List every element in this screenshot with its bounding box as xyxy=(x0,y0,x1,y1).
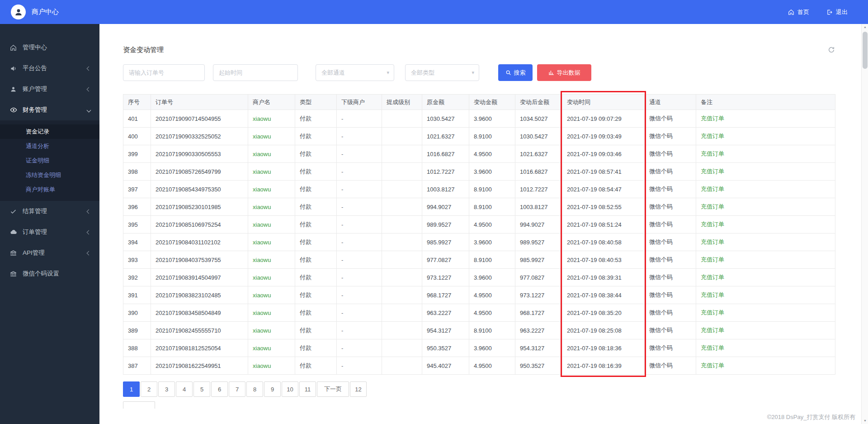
table-cell: 2021-07-19 08:25:08 xyxy=(562,322,645,339)
table-cell: 微信个码 xyxy=(645,128,696,145)
pagination-page-10[interactable]: 10 xyxy=(282,381,298,397)
sidebar-item-account-management[interactable]: 账户管理 xyxy=(0,79,99,100)
pagination-page-8[interactable]: 8 xyxy=(246,381,263,397)
type-select[interactable]: 全部类型 ▾ xyxy=(405,64,479,81)
table-cell: 微信个码 xyxy=(645,145,696,163)
scroll-down-icon[interactable]: ▼ xyxy=(862,418,868,424)
vertical-scrollbar[interactable]: ▲ ▼ xyxy=(861,24,868,424)
table-cell: 1016.6827 xyxy=(515,163,562,181)
table-cell: 390 xyxy=(123,304,151,322)
start-time-input[interactable] xyxy=(213,64,298,81)
sidebar-item-order-management[interactable]: 订单管理 xyxy=(0,222,99,243)
table-row: 38820210719081812525054xiaowu付款-950.3527… xyxy=(123,339,835,357)
table-cell: 397 xyxy=(123,181,151,198)
table-cell: 微信个码 xyxy=(645,198,696,216)
table-cell: 3.9600 xyxy=(469,233,515,251)
sidebar-item-finance-management[interactable]: 财务管理 xyxy=(0,100,99,120)
pagination-page-4[interactable]: 4 xyxy=(176,381,193,397)
table-cell: 391 xyxy=(123,286,151,304)
cloud-icon xyxy=(10,229,18,236)
sidebar-item-label: 账户管理 xyxy=(23,85,47,93)
pagination-page-6[interactable]: 6 xyxy=(211,381,228,397)
table-cell: 1003.8127 xyxy=(515,198,562,216)
pagination-page-7[interactable]: 7 xyxy=(229,381,245,397)
submenu-item-frozen-funds-detail[interactable]: 冻结资金明细 xyxy=(0,168,99,182)
table-cell: 2021-07-19 08:57:41 xyxy=(562,163,645,181)
user-icon xyxy=(10,86,18,93)
export-button-label: 导出数据 xyxy=(557,69,580,77)
table-cell: - xyxy=(337,304,382,322)
table-cell: 2021-07-19 08:38:44 xyxy=(562,286,645,304)
sidebar-item-api-management[interactable]: API管理 xyxy=(0,243,99,263)
channel-select[interactable]: 全部通道 ▾ xyxy=(316,64,394,81)
table-cell: 微信个码 xyxy=(645,251,696,269)
table-cell: 20210719084037539755 xyxy=(151,251,248,269)
table-cell: 付款 xyxy=(295,339,337,357)
column-header: 提成级别 xyxy=(382,95,422,110)
pagination-next-button[interactable]: 下一页 xyxy=(317,381,349,397)
order-number-input[interactable] xyxy=(123,64,205,81)
table-cell: 985.9927 xyxy=(515,251,562,269)
merchant-logo-icon xyxy=(11,5,26,19)
table-row: 38920210719082455555710xiaowu付款-954.3127… xyxy=(123,322,835,339)
pagination-page-9[interactable]: 9 xyxy=(264,381,281,397)
table-cell: 2021-07-19 08:18:36 xyxy=(562,339,645,357)
table-cell: 4.9500 xyxy=(469,286,515,304)
sidebar-item-settlement-management[interactable]: 结算管理 xyxy=(0,201,99,222)
page-jump-box-partial[interactable] xyxy=(123,401,155,409)
submenu-item-funds-record[interactable]: 资金记录 xyxy=(0,124,99,139)
pagination-page-5[interactable]: 5 xyxy=(193,381,210,397)
table-cell: 1030.5427 xyxy=(515,128,562,145)
sidebar-item-label: API管理 xyxy=(23,249,45,257)
sidebar-item-label: 平台公告 xyxy=(23,64,47,72)
channel-select-value: 全部通道 xyxy=(321,69,345,77)
table-cell xyxy=(382,145,422,163)
table-cell xyxy=(382,216,422,233)
table-cell: 微信个码 xyxy=(645,110,696,128)
table-cell: 20210719083458504849 xyxy=(151,304,248,322)
table-cell: 2021-07-19 08:54:47 xyxy=(562,181,645,198)
refresh-icon[interactable] xyxy=(828,46,835,53)
table-cell: 付款 xyxy=(295,163,337,181)
submenu-item-channel-analysis[interactable]: 通道分析 xyxy=(0,139,99,153)
home-link[interactable]: 首页 xyxy=(788,8,809,16)
submenu-item-merchant-statement[interactable]: 商户对账单 xyxy=(0,182,99,197)
table-cell: 付款 xyxy=(295,233,337,251)
table-cell: 20210719082455555710 xyxy=(151,322,248,339)
table-cell: 20210719085106975254 xyxy=(151,216,248,233)
table-cell: 2021-07-19 09:07:29 xyxy=(562,110,645,128)
table-cell: 微信个码 xyxy=(645,216,696,233)
column-header: 变动金额 xyxy=(469,95,515,110)
pagination-page-3[interactable]: 3 xyxy=(158,381,175,397)
table-cell: 2021-07-19 08:39:31 xyxy=(562,269,645,286)
table-header-row: 序号 订单号 商户名 类型 下级商户 提成级别 原金额 变动金额 变动后金额 变… xyxy=(123,95,835,110)
scroll-up-icon[interactable]: ▲ xyxy=(862,24,868,30)
table-cell: 微信个码 xyxy=(645,286,696,304)
sidebar-item-platform-announcements[interactable]: 平台公告 xyxy=(0,58,99,79)
search-button[interactable]: 搜索 xyxy=(498,64,533,81)
pagination-page-2[interactable]: 2 xyxy=(141,381,157,397)
scrollbar-thumb[interactable] xyxy=(863,32,868,69)
column-header: 序号 xyxy=(123,95,151,110)
sidebar-item-label: 结算管理 xyxy=(23,207,47,215)
sidebar-item-wechat-code-settings[interactable]: 微信个码设置 xyxy=(0,263,99,284)
export-data-button[interactable]: 导出数据 xyxy=(537,64,591,81)
table-cell: xiaowu xyxy=(248,322,295,339)
submenu-item-deposit-detail[interactable]: 证金明细 xyxy=(0,153,99,168)
sidebar-item-label: 订单管理 xyxy=(23,228,47,236)
logout-link[interactable]: 退出 xyxy=(826,8,848,16)
chevron-left-icon xyxy=(87,230,91,234)
sidebar-item-admin-center[interactable]: 管理中心 xyxy=(0,37,99,58)
table-cell: 989.9527 xyxy=(515,233,562,251)
table-cell: 968.1727 xyxy=(422,286,469,304)
table-cell: 954.3127 xyxy=(515,339,562,357)
pagination-page-11[interactable]: 11 xyxy=(299,381,316,397)
column-header: 变动后金额 xyxy=(515,95,562,110)
table-cell: - xyxy=(337,198,382,216)
table-cell: - xyxy=(337,286,382,304)
pagination-page-12[interactable]: 12 xyxy=(350,381,367,397)
home-label: 首页 xyxy=(797,8,809,16)
table-cell: 950.3527 xyxy=(515,357,562,375)
bank-icon xyxy=(10,250,18,257)
pagination-page-1[interactable]: 1 xyxy=(123,381,140,397)
